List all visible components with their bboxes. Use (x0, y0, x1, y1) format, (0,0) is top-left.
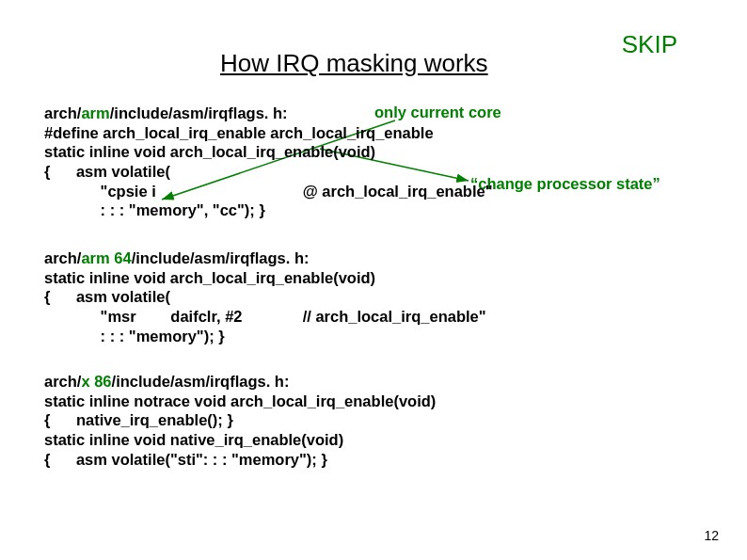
path-suffix: /include/asm/irqflags. h: (110, 104, 288, 121)
code-line: #define arch_local_irq_enable arch_local… (44, 123, 703, 143)
arch-x86: x 86 (81, 373, 111, 390)
page-number: 12 (704, 528, 719, 543)
code-line: : : : "memory"); } (44, 327, 486, 346)
code-block-arm64: arch/arm 64/include/asm/irqflags. h: sta… (44, 248, 486, 345)
code-line: static inline notrace void arch_local_ir… (44, 392, 436, 411)
code-line: static inline void arch_local_irq_enable… (44, 142, 703, 162)
path-prefix: arch/ (44, 104, 81, 121)
arch-arm: arm (81, 104, 109, 121)
slide-title: How IRQ masking works (220, 49, 488, 78)
arch-arm64: arm 64 (81, 249, 131, 266)
code-line: { native_irq_enable(); } (44, 410, 436, 430)
code-block-x86: arch/x 86/include/asm/irqflags. h: stati… (44, 372, 436, 469)
code-line: "msr daifclr, #2 // arch_local_irq_enabl… (44, 307, 486, 327)
skip-label: SKIP (622, 30, 677, 59)
code-line: { asm volatile( (44, 287, 486, 307)
code-block-arm: arch/arm/include/asm/irqflags. h: #defin… (44, 104, 703, 220)
path-prefix: arch/ (44, 373, 81, 390)
path-prefix: arch/ (44, 249, 81, 266)
code-line: static inline void arch_local_irq_enable… (44, 268, 486, 288)
code-line: "cpsie i @ arch_local_irq_enable" (44, 182, 703, 201)
code-line: static inline void native_irq_enable(voi… (44, 430, 436, 450)
code-line: { asm volatile("sti": : : "memory"); } (44, 450, 436, 470)
code-line: : : : "memory", "cc"); } (44, 200, 703, 220)
path-suffix: /include/asm/irqflags. h: (112, 373, 290, 390)
code-line: { asm volatile( (44, 162, 703, 182)
path-suffix: /include/asm/irqflags. h: (132, 249, 310, 266)
